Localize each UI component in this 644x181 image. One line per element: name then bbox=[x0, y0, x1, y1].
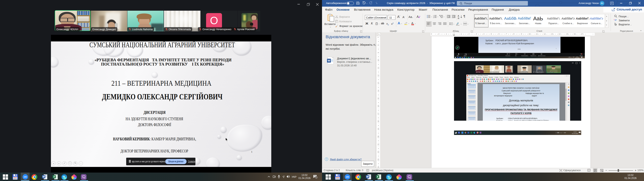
svg-text:3: 3 bbox=[433, 17, 434, 18]
svg-text:5: 5 bbox=[316, 176, 317, 178]
